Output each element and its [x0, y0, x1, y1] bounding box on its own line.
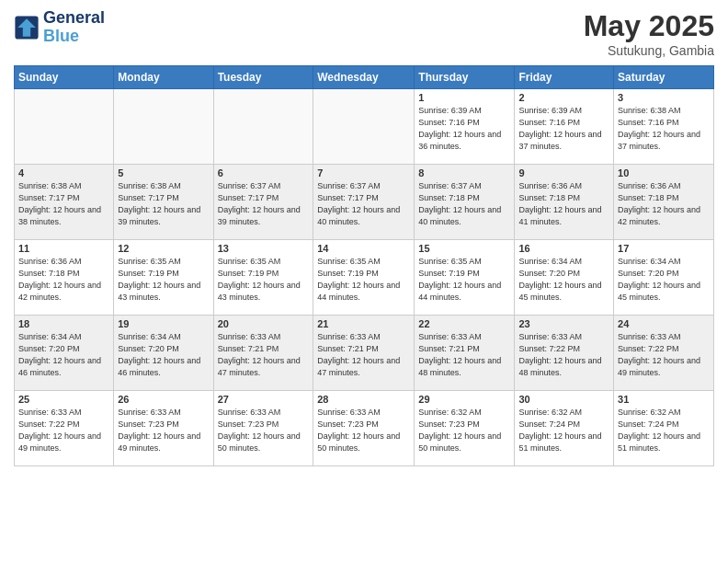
weekday-header-wednesday: Wednesday	[313, 66, 415, 89]
calendar-cell-31: 31Sunrise: 6:32 AMSunset: 7:24 PMDayligh…	[614, 391, 714, 466]
weekday-header-monday: Monday	[114, 66, 213, 89]
day-info: Sunrise: 6:33 AMSunset: 7:21 PMDaylight:…	[418, 331, 510, 379]
day-info: Sunrise: 6:38 AMSunset: 7:16 PMDaylight:…	[618, 105, 710, 153]
weekday-header-tuesday: Tuesday	[213, 66, 313, 89]
day-number: 4	[18, 167, 109, 178]
weekday-header-sunday: Sunday	[15, 66, 114, 89]
calendar-cell-10: 10Sunrise: 6:36 AMSunset: 7:18 PMDayligh…	[614, 165, 714, 240]
day-info: Sunrise: 6:35 AMSunset: 7:19 PMDaylight:…	[317, 256, 410, 304]
day-number: 29	[418, 394, 510, 405]
calendar-table: SundayMondayTuesdayWednesdayThursdayFrid…	[14, 65, 714, 466]
day-info: Sunrise: 6:34 AMSunset: 7:20 PMDaylight:…	[618, 256, 710, 304]
day-number: 23	[518, 318, 609, 329]
day-number: 17	[618, 243, 710, 254]
week-row-2: 11Sunrise: 6:36 AMSunset: 7:18 PMDayligh…	[15, 240, 714, 316]
day-info: Sunrise: 6:39 AMSunset: 7:16 PMDaylight:…	[518, 105, 609, 153]
week-row-3: 18Sunrise: 6:34 AMSunset: 7:20 PMDayligh…	[15, 316, 714, 391]
day-info: Sunrise: 6:32 AMSunset: 7:23 PMDaylight:…	[418, 407, 510, 454]
day-number: 24	[618, 318, 710, 329]
day-info: Sunrise: 6:33 AMSunset: 7:22 PMDaylight:…	[518, 331, 609, 379]
day-info: Sunrise: 6:36 AMSunset: 7:18 PMDaylight:…	[18, 256, 109, 304]
page: General Blue May 2025 Sutukung, Gambia S…	[0, 0, 728, 563]
title-month: May 2025	[584, 9, 714, 43]
calendar-cell-30: 30Sunrise: 6:32 AMSunset: 7:24 PMDayligh…	[515, 391, 614, 466]
logo-line2: Blue	[43, 27, 79, 45]
calendar-cell-15: 15Sunrise: 6:35 AMSunset: 7:19 PMDayligh…	[415, 240, 515, 316]
calendar-cell-1: 1Sunrise: 6:39 AMSunset: 7:16 PMDaylight…	[415, 89, 515, 165]
title-block: May 2025 Sutukung, Gambia	[584, 9, 714, 58]
day-number: 31	[618, 394, 710, 405]
calendar-cell-21: 21Sunrise: 6:33 AMSunset: 7:21 PMDayligh…	[313, 316, 415, 391]
day-info: Sunrise: 6:34 AMSunset: 7:20 PMDaylight:…	[518, 256, 609, 304]
title-location: Sutukung, Gambia	[584, 43, 714, 58]
calendar-cell-20: 20Sunrise: 6:33 AMSunset: 7:21 PMDayligh…	[213, 316, 313, 391]
calendar-cell-7: 7Sunrise: 6:37 AMSunset: 7:17 PMDaylight…	[313, 165, 415, 240]
day-number: 11	[18, 243, 109, 254]
day-number: 22	[418, 318, 510, 329]
weekday-header-saturday: Saturday	[614, 66, 714, 89]
day-info: Sunrise: 6:35 AMSunset: 7:19 PMDaylight:…	[218, 256, 310, 304]
calendar-cell-13: 13Sunrise: 6:35 AMSunset: 7:19 PMDayligh…	[213, 240, 313, 316]
day-info: Sunrise: 6:35 AMSunset: 7:19 PMDaylight:…	[418, 256, 510, 304]
day-info: Sunrise: 6:36 AMSunset: 7:18 PMDaylight:…	[518, 180, 609, 228]
day-number: 25	[18, 394, 109, 405]
calendar-cell-14: 14Sunrise: 6:35 AMSunset: 7:19 PMDayligh…	[313, 240, 415, 316]
day-number: 18	[18, 318, 109, 329]
calendar-cell-23: 23Sunrise: 6:33 AMSunset: 7:22 PMDayligh…	[515, 316, 614, 391]
day-info: Sunrise: 6:34 AMSunset: 7:20 PMDaylight:…	[118, 331, 209, 379]
calendar-cell-9: 9Sunrise: 6:36 AMSunset: 7:18 PMDaylight…	[515, 165, 614, 240]
day-number: 9	[518, 167, 609, 178]
day-info: Sunrise: 6:33 AMSunset: 7:22 PMDaylight:…	[18, 407, 109, 454]
calendar-cell-19: 19Sunrise: 6:34 AMSunset: 7:20 PMDayligh…	[114, 316, 213, 391]
calendar-cell-empty	[213, 89, 313, 165]
calendar-cell-17: 17Sunrise: 6:34 AMSunset: 7:20 PMDayligh…	[614, 240, 714, 316]
day-number: 2	[518, 92, 609, 103]
calendar-cell-6: 6Sunrise: 6:37 AMSunset: 7:17 PMDaylight…	[213, 165, 313, 240]
calendar-cell-27: 27Sunrise: 6:33 AMSunset: 7:23 PMDayligh…	[213, 391, 313, 466]
week-row-4: 25Sunrise: 6:33 AMSunset: 7:22 PMDayligh…	[15, 391, 714, 466]
day-number: 10	[618, 167, 710, 178]
day-number: 26	[118, 394, 209, 405]
day-number: 5	[118, 167, 209, 178]
day-number: 20	[218, 318, 310, 329]
day-number: 14	[317, 243, 410, 254]
day-info: Sunrise: 6:38 AMSunset: 7:17 PMDaylight:…	[118, 180, 209, 228]
day-info: Sunrise: 6:37 AMSunset: 7:17 PMDaylight:…	[317, 180, 410, 228]
day-number: 27	[218, 394, 310, 405]
logo-line1: General	[43, 9, 105, 28]
calendar-cell-28: 28Sunrise: 6:33 AMSunset: 7:23 PMDayligh…	[313, 391, 415, 466]
day-number: 21	[317, 318, 410, 329]
day-info: Sunrise: 6:32 AMSunset: 7:24 PMDaylight:…	[618, 407, 710, 454]
day-info: Sunrise: 6:37 AMSunset: 7:18 PMDaylight:…	[418, 180, 510, 228]
calendar-cell-2: 2Sunrise: 6:39 AMSunset: 7:16 PMDaylight…	[515, 89, 614, 165]
calendar-cell-4: 4Sunrise: 6:38 AMSunset: 7:17 PMDaylight…	[15, 165, 114, 240]
day-info: Sunrise: 6:32 AMSunset: 7:24 PMDaylight:…	[518, 407, 609, 454]
calendar-cell-empty	[15, 89, 114, 165]
day-number: 12	[118, 243, 209, 254]
day-info: Sunrise: 6:33 AMSunset: 7:23 PMDaylight:…	[218, 407, 310, 454]
day-info: Sunrise: 6:33 AMSunset: 7:23 PMDaylight:…	[317, 407, 410, 454]
day-number: 8	[418, 167, 510, 178]
day-info: Sunrise: 6:33 AMSunset: 7:22 PMDaylight:…	[618, 331, 710, 379]
calendar-cell-24: 24Sunrise: 6:33 AMSunset: 7:22 PMDayligh…	[614, 316, 714, 391]
day-info: Sunrise: 6:38 AMSunset: 7:17 PMDaylight:…	[18, 180, 109, 228]
day-number: 13	[218, 243, 310, 254]
day-number: 30	[518, 394, 609, 405]
calendar-cell-29: 29Sunrise: 6:32 AMSunset: 7:23 PMDayligh…	[415, 391, 515, 466]
calendar-cell-empty	[114, 89, 213, 165]
calendar-cell-25: 25Sunrise: 6:33 AMSunset: 7:22 PMDayligh…	[15, 391, 114, 466]
calendar-cell-18: 18Sunrise: 6:34 AMSunset: 7:20 PMDayligh…	[15, 316, 114, 391]
logo-icon	[14, 15, 40, 40]
calendar-cell-empty	[313, 89, 415, 165]
day-number: 7	[317, 167, 410, 178]
calendar-cell-11: 11Sunrise: 6:36 AMSunset: 7:18 PMDayligh…	[15, 240, 114, 316]
header: General Blue May 2025 Sutukung, Gambia	[14, 9, 714, 58]
day-info: Sunrise: 6:36 AMSunset: 7:18 PMDaylight:…	[618, 180, 710, 228]
calendar-cell-26: 26Sunrise: 6:33 AMSunset: 7:23 PMDayligh…	[114, 391, 213, 466]
calendar-cell-12: 12Sunrise: 6:35 AMSunset: 7:19 PMDayligh…	[114, 240, 213, 316]
calendar-cell-8: 8Sunrise: 6:37 AMSunset: 7:18 PMDaylight…	[415, 165, 515, 240]
weekday-header-thursday: Thursday	[415, 66, 515, 89]
day-info: Sunrise: 6:33 AMSunset: 7:21 PMDaylight:…	[218, 331, 310, 379]
day-info: Sunrise: 6:33 AMSunset: 7:21 PMDaylight:…	[317, 331, 410, 379]
logo: General Blue	[14, 9, 105, 46]
